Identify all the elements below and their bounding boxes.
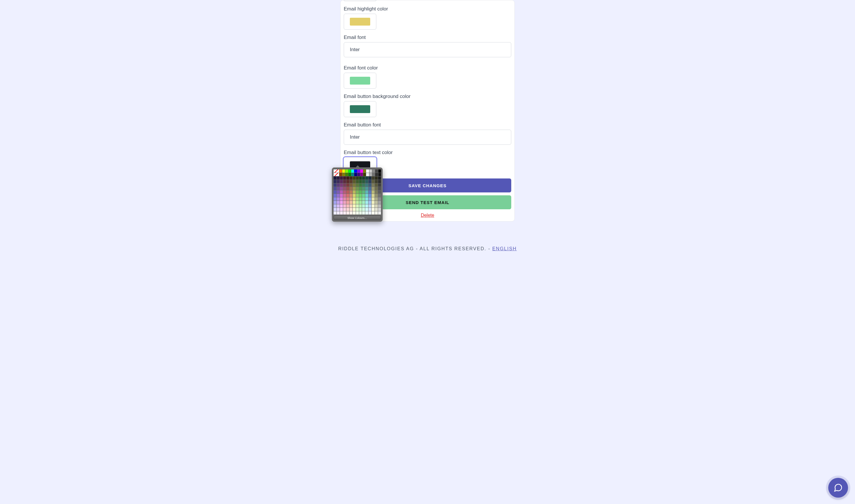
color-cell[interactable] — [359, 180, 362, 183]
color-cell[interactable] — [372, 201, 374, 204]
color-cell[interactable] — [345, 169, 348, 173]
color-cell[interactable] — [359, 183, 362, 186]
color-cell[interactable] — [365, 204, 368, 208]
color-cell[interactable] — [340, 191, 343, 194]
color-cell[interactable] — [360, 169, 363, 173]
color-cell[interactable] — [356, 208, 359, 211]
color-cell[interactable] — [351, 169, 354, 173]
color-cell[interactable] — [369, 173, 372, 176]
color-cell[interactable] — [353, 180, 356, 183]
color-cell[interactable] — [348, 169, 351, 173]
color-cell[interactable] — [353, 197, 356, 201]
color-cell[interactable] — [375, 187, 378, 190]
color-cell[interactable] — [362, 204, 365, 208]
color-cell[interactable] — [368, 201, 371, 204]
color-cell[interactable] — [366, 169, 369, 173]
color-cell[interactable] — [356, 211, 359, 215]
color-cell[interactable] — [363, 169, 366, 173]
color-cell[interactable] — [368, 194, 371, 197]
color-cell[interactable] — [375, 201, 378, 204]
color-cell[interactable] — [375, 204, 378, 208]
color-cell[interactable] — [340, 183, 343, 186]
color-cell[interactable] — [359, 208, 362, 211]
color-cell[interactable] — [353, 194, 356, 197]
color-cell[interactable] — [348, 173, 351, 176]
color-cell[interactable] — [353, 211, 356, 215]
color-cell[interactable] — [378, 191, 381, 194]
color-cell[interactable] — [375, 176, 378, 180]
color-cell[interactable] — [334, 187, 336, 190]
color-cell[interactable] — [357, 169, 360, 173]
color-cell[interactable] — [378, 204, 381, 208]
color-cell[interactable] — [356, 191, 359, 194]
email-button-font-input[interactable] — [344, 130, 511, 145]
color-cell[interactable] — [378, 211, 381, 215]
color-cell[interactable] — [346, 180, 349, 183]
color-cell[interactable] — [334, 176, 336, 180]
color-cell[interactable] — [362, 201, 365, 204]
color-cell[interactable] — [350, 211, 352, 215]
color-cell[interactable] — [378, 197, 381, 201]
color-cell[interactable] — [337, 180, 340, 183]
color-cell[interactable] — [342, 173, 345, 176]
color-cell[interactable] — [362, 191, 365, 194]
color-cell[interactable] — [372, 211, 374, 215]
color-cell[interactable] — [353, 208, 356, 211]
email-button-bg-color-button[interactable] — [344, 101, 376, 117]
color-cell[interactable] — [354, 169, 357, 173]
color-cell[interactable] — [375, 183, 378, 186]
color-cell[interactable] — [372, 173, 375, 176]
language-link[interactable]: ENGLISH — [492, 246, 517, 251]
color-cell[interactable] — [346, 194, 349, 197]
color-cell[interactable] — [340, 176, 343, 180]
color-cell[interactable] — [375, 173, 378, 176]
color-cell[interactable] — [375, 194, 378, 197]
color-cell[interactable] — [340, 208, 343, 211]
color-cell[interactable] — [346, 176, 349, 180]
color-cell[interactable] — [343, 194, 346, 197]
color-cell[interactable] — [378, 208, 381, 211]
color-cell[interactable] — [356, 204, 359, 208]
color-cell[interactable] — [359, 187, 362, 190]
color-cell[interactable] — [353, 183, 356, 186]
color-cell[interactable] — [356, 201, 359, 204]
color-cell[interactable] — [368, 176, 371, 180]
color-cell[interactable] — [365, 197, 368, 201]
chat-fab[interactable] — [828, 478, 848, 498]
color-cell[interactable] — [356, 176, 359, 180]
color-cell[interactable] — [343, 180, 346, 183]
color-cell[interactable] — [375, 169, 378, 173]
email-font-color-button[interactable] — [344, 73, 376, 89]
color-cell[interactable] — [337, 197, 340, 201]
color-cell[interactable] — [343, 183, 346, 186]
color-cell[interactable] — [378, 194, 381, 197]
color-cell[interactable] — [353, 201, 356, 204]
color-cell[interactable] — [350, 201, 352, 204]
color-cell[interactable] — [343, 211, 346, 215]
color-cell[interactable] — [368, 187, 371, 190]
color-cell[interactable] — [362, 211, 365, 215]
color-cell[interactable] — [345, 173, 348, 176]
color-cell[interactable] — [337, 191, 340, 194]
color-cell[interactable] — [372, 180, 374, 183]
color-cell[interactable] — [350, 183, 352, 186]
color-cell[interactable] — [359, 197, 362, 201]
color-cell[interactable] — [365, 211, 368, 215]
color-cell[interactable] — [350, 187, 352, 190]
color-cell[interactable] — [360, 173, 363, 176]
show-colours-button[interactable]: Show Colours… — [334, 216, 381, 220]
color-cell[interactable] — [366, 173, 369, 176]
color-cell[interactable] — [359, 191, 362, 194]
color-cell[interactable] — [378, 176, 381, 180]
color-cell[interactable] — [378, 169, 381, 173]
color-cell[interactable] — [337, 176, 340, 180]
no-color-cell[interactable] — [334, 169, 339, 173]
no-color-cell[interactable] — [334, 173, 339, 176]
color-cell[interactable] — [337, 204, 340, 208]
color-cell[interactable] — [375, 197, 378, 201]
color-cell[interactable] — [343, 201, 346, 204]
color-cell[interactable] — [365, 176, 368, 180]
color-cell[interactable] — [372, 191, 374, 194]
color-cell[interactable] — [369, 169, 372, 173]
color-cell[interactable] — [368, 191, 371, 194]
